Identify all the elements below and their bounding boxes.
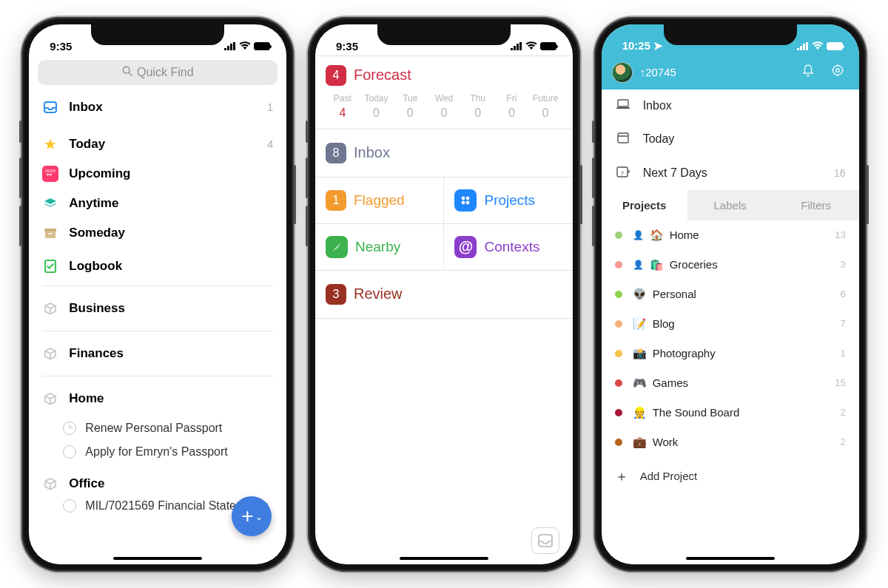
project-row[interactable]: 🎮 Games 15 <box>602 368 859 398</box>
nav-count: 16 <box>834 167 846 179</box>
project-row[interactable]: 👤 🛍️ Groceries 3 <box>602 250 859 280</box>
area-business[interactable]: Business <box>29 291 286 326</box>
box-icon <box>42 476 58 492</box>
list-today[interactable]: ★ Today 4 <box>29 129 286 159</box>
home-indicator[interactable] <box>686 557 775 560</box>
svg-point-11 <box>462 196 465 200</box>
tab-filters[interactable]: Filters <box>773 190 859 220</box>
project-label: Home <box>670 229 835 241</box>
nearby-icon <box>326 236 348 258</box>
project-row[interactable]: 👷 The Sound Board 2 <box>602 398 859 428</box>
perspective-forecast[interactable]: 4 Forecast Past4 Today0 Tue0 Wed0 Thu0 F… <box>315 55 573 129</box>
svg-rect-22 <box>618 100 628 107</box>
project-row[interactable]: 📝 Blog 7 <box>602 309 859 339</box>
project-row[interactable]: 💼 Work 2 <box>602 428 859 457</box>
laptop-icon <box>615 99 631 112</box>
list-label: Anytime <box>69 196 273 211</box>
signal-icon <box>797 42 809 50</box>
area-office[interactable]: Office <box>29 464 286 498</box>
svg-rect-7 <box>44 229 56 232</box>
task-circle-icon[interactable] <box>63 445 76 459</box>
list-someday[interactable]: Someday <box>29 218 286 248</box>
forecast-days: Past4 Today0 Tue0 Wed0 Thu0 Fri0 Future0 <box>326 93 562 120</box>
area-label: Home <box>69 391 273 406</box>
list-label: Inbox <box>69 100 267 115</box>
nav-today[interactable]: Today <box>602 122 859 156</box>
divider <box>42 331 273 331</box>
flagged-label: Flagged <box>354 192 405 209</box>
tab-labels[interactable]: Labels <box>687 190 773 220</box>
box-icon <box>42 345 58 362</box>
signal-icon <box>224 42 236 50</box>
task-circle-icon[interactable] <box>63 499 76 513</box>
archive-icon <box>42 225 58 241</box>
task-row[interactable]: Renew Personal Passport <box>29 416 286 440</box>
phone-omnifocus: 9:35 4 Forecast Past4 Today0 Tue0 Wed0 T… <box>308 17 580 572</box>
svg-point-14 <box>466 200 470 204</box>
notifications-icon[interactable] <box>797 64 819 81</box>
project-color-dot <box>615 291 622 298</box>
perspective-inbox[interactable]: 8 Inbox <box>315 129 573 178</box>
forecast-badge: 4 <box>326 65 346 86</box>
home-indicator[interactable] <box>400 557 488 560</box>
area-label: Business <box>69 301 273 316</box>
plus-icon: + <box>241 504 253 528</box>
perspective-flagged[interactable]: 1 Flagged <box>315 178 444 223</box>
nav-label: Next 7 Days <box>643 166 834 180</box>
perspective-projects[interactable]: Projects <box>443 178 573 223</box>
list-label: Today <box>69 137 267 152</box>
avatar[interactable] <box>612 62 633 83</box>
nav-inbox[interactable]: Inbox <box>602 89 859 122</box>
tab-projects[interactable]: Projects <box>602 190 687 220</box>
project-row[interactable]: 👽 Personal 6 <box>602 280 859 309</box>
area-finances[interactable]: Finances <box>29 336 286 371</box>
area-label: Office <box>69 476 273 491</box>
list-count: 4 <box>267 138 273 150</box>
notch <box>91 24 224 45</box>
settings-icon[interactable] <box>827 64 849 81</box>
project-color-dot <box>615 439 622 446</box>
add-project[interactable]: ＋ Add Project <box>602 457 859 496</box>
quick-find[interactable]: Quick Find <box>38 60 278 85</box>
flagged-badge: 1 <box>326 190 346 211</box>
logbook-icon <box>42 258 58 274</box>
project-row[interactable]: 📸 Photography 1 <box>602 339 859 368</box>
new-task-button[interactable]: +⌄ <box>232 496 272 536</box>
nav-label: Today <box>643 132 846 146</box>
things-content: Quick Find Inbox 1 ★ Today 4 Upcoming <box>29 55 286 564</box>
project-row[interactable]: 👤 🏠 Home 13 <box>602 220 859 250</box>
home-indicator[interactable] <box>113 557 202 560</box>
project-count: 1 <box>840 348 845 359</box>
project-color-dot <box>615 261 622 268</box>
status-time: 9:35 <box>336 40 358 53</box>
project-label: Groceries <box>670 258 841 271</box>
battery-icon <box>254 42 270 50</box>
perspective-review[interactable]: 3 Review <box>315 271 573 319</box>
quick-entry-button[interactable] <box>531 527 559 554</box>
contexts-label: Contexts <box>484 239 539 255</box>
add-project-label: Add Project <box>640 470 698 482</box>
quick-find-label: Quick Find <box>137 66 193 79</box>
perspective-contexts[interactable]: @ Contexts <box>443 224 573 270</box>
divider <box>42 285 273 286</box>
task-title: Renew Personal Passport <box>85 422 222 435</box>
list-label: Upcoming <box>69 166 273 181</box>
project-count: 2 <box>840 436 845 447</box>
task-circle-icon[interactable] <box>63 422 76 435</box>
project-color-dot <box>615 350 622 357</box>
list-logbook[interactable]: Logbook <box>29 248 286 281</box>
area-home[interactable]: Home <box>29 381 286 416</box>
task-row[interactable]: Apply for Emryn's Passport <box>29 440 286 464</box>
nearby-label: Nearby <box>355 239 400 255</box>
project-emoji-icon: 💼 <box>633 436 647 449</box>
project-count: 13 <box>835 229 845 240</box>
karma-score[interactable]: ↑20745 <box>640 66 790 78</box>
list-upcoming[interactable]: Upcoming <box>29 159 286 189</box>
list-inbox[interactable]: Inbox 1 <box>29 92 286 122</box>
project-emoji-icon: 📸 <box>633 347 647 360</box>
nav-next7[interactable]: 7 Next 7 Days 16 <box>602 156 859 190</box>
list-anytime[interactable]: Anytime <box>29 189 286 218</box>
perspective-nearby[interactable]: Nearby <box>315 224 444 270</box>
project-label: Photography <box>653 347 841 359</box>
battery-icon <box>827 42 843 50</box>
